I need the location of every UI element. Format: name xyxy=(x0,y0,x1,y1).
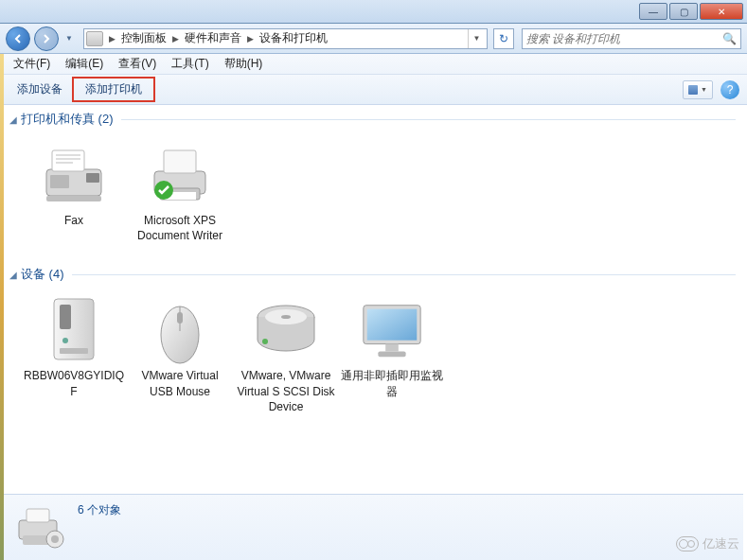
breadcrumb-hardware-sound[interactable]: 硬件和声音 xyxy=(181,30,245,46)
breadcrumb-control-panel[interactable]: 控制面板 xyxy=(117,30,170,46)
menu-file[interactable]: 文件(F) xyxy=(6,56,58,72)
monitor-icon xyxy=(358,296,426,364)
nav-history-dropdown[interactable]: ▼ xyxy=(62,26,76,51)
svg-rect-3 xyxy=(56,158,80,160)
svg-rect-4 xyxy=(56,162,73,164)
chevron-down-icon: ▼ xyxy=(701,86,707,93)
device-item-monitor[interactable]: 通用非即插即用监视器 xyxy=(339,290,445,420)
devices-printers-icon xyxy=(15,505,68,551)
window-controls: — ▢ ✕ xyxy=(637,3,743,20)
add-printer-button[interactable]: 添加打印机 xyxy=(72,77,155,102)
close-button[interactable]: ✕ xyxy=(700,3,743,20)
printers-items: Fax Microsoft XPS Document Writer xyxy=(4,131,743,260)
item-label: RBBW06V8GYIDIQF xyxy=(23,368,125,398)
view-options-button[interactable]: ▼ xyxy=(683,80,713,99)
device-item-fax[interactable]: Fax xyxy=(21,135,127,249)
group-title-devices: 设备 (4) xyxy=(21,266,64,283)
group-header-devices[interactable]: ◢ 设备 (4) xyxy=(4,260,743,287)
group-divider xyxy=(72,274,737,275)
device-item-disk[interactable]: VMware, VMware Virtual S SCSI Disk Devic… xyxy=(233,290,339,420)
menu-tools[interactable]: 工具(T) xyxy=(164,56,216,72)
svg-rect-14 xyxy=(60,305,71,329)
breadcrumb-devices-printers[interactable]: 设备和打印机 xyxy=(256,30,331,46)
devices-items: RBBW06V8GYIDIQF VMware Virtual USB Mouse xyxy=(4,287,743,431)
svg-point-15 xyxy=(62,338,68,343)
svg-rect-25 xyxy=(367,309,418,341)
device-item-computer[interactable]: RBBW06V8GYIDIQF xyxy=(21,290,127,420)
status-bar: 6 个对象 xyxy=(4,494,743,560)
refresh-button[interactable]: ↻ xyxy=(493,28,514,49)
add-device-button[interactable]: 添加设备 xyxy=(8,78,72,101)
search-input[interactable] xyxy=(526,32,722,45)
content-pane: ◢ 打印机和传真 (2) Fax xyxy=(4,105,743,490)
device-item-xps-writer[interactable]: Microsoft XPS Document Writer xyxy=(127,135,233,249)
collapse-arrow-icon: ◢ xyxy=(9,114,17,125)
menu-edit[interactable]: 编辑(E) xyxy=(58,56,111,72)
svg-point-32 xyxy=(51,535,59,543)
menu-bar: 文件(F) 编辑(E) 查看(V) 工具(T) 帮助(H) xyxy=(0,54,747,75)
location-icon xyxy=(86,31,103,46)
mouse-icon xyxy=(146,296,214,364)
svg-point-23 xyxy=(262,339,268,344)
item-label: VMware Virtual USB Mouse xyxy=(129,368,231,398)
forward-button[interactable] xyxy=(34,26,59,51)
item-label: Fax xyxy=(64,213,83,228)
item-label: 通用非即插即用监视器 xyxy=(341,368,443,398)
svg-rect-1 xyxy=(52,150,84,171)
address-bar[interactable]: ▶ 控制面板 ▶ 硬件和声音 ▶ 设备和打印机 ▼ xyxy=(83,28,488,49)
chevron-right-icon: ▶ xyxy=(107,34,117,44)
search-box[interactable]: 🔍 xyxy=(522,28,741,49)
svg-rect-27 xyxy=(378,352,405,358)
printer-icon xyxy=(146,141,214,209)
navigation-bar: ▼ ▶ 控制面板 ▶ 硬件和声音 ▶ 设备和打印机 ▼ ↻ 🔍 xyxy=(0,24,747,54)
collapse-arrow-icon: ◢ xyxy=(9,270,17,280)
status-count: 6 个对象 xyxy=(78,502,121,518)
svg-point-22 xyxy=(281,315,291,319)
command-toolbar: 添加设备 添加打印机 ▼ ? xyxy=(0,75,747,105)
svg-rect-26 xyxy=(385,344,399,352)
svg-rect-19 xyxy=(177,312,183,324)
disk-icon xyxy=(252,296,320,364)
svg-rect-6 xyxy=(50,175,69,188)
help-button[interactable]: ? xyxy=(720,80,739,99)
maximize-button[interactable]: ▢ xyxy=(669,3,698,20)
svg-rect-9 xyxy=(164,150,196,173)
watermark-icon xyxy=(676,536,699,551)
item-label: Microsoft XPS Document Writer xyxy=(129,213,231,243)
item-label: VMware, VMware Virtual S SCSI Disk Devic… xyxy=(235,368,337,414)
svg-rect-5 xyxy=(86,173,99,183)
group-header-printers[interactable]: ◢ 打印机和传真 (2) xyxy=(4,105,743,131)
menu-view[interactable]: 查看(V) xyxy=(111,56,164,72)
group-title-printers: 打印机和传真 (2) xyxy=(21,111,114,128)
watermark-text: 亿速云 xyxy=(703,535,739,552)
minimize-button[interactable]: — xyxy=(639,3,667,20)
chevron-right-icon: ▶ xyxy=(245,34,256,44)
menu-help[interactable]: 帮助(H) xyxy=(217,56,271,72)
device-item-mouse[interactable]: VMware Virtual USB Mouse xyxy=(127,290,233,420)
chevron-right-icon: ▶ xyxy=(170,34,181,44)
back-button[interactable] xyxy=(6,26,30,51)
group-divider xyxy=(121,119,737,120)
svg-rect-29 xyxy=(27,509,49,522)
search-icon[interactable]: 🔍 xyxy=(722,32,737,45)
svg-rect-7 xyxy=(46,196,101,201)
svg-rect-16 xyxy=(60,348,88,354)
computer-icon xyxy=(40,296,108,364)
svg-rect-2 xyxy=(56,154,80,156)
view-icon xyxy=(688,85,698,95)
address-dropdown[interactable]: ▼ xyxy=(468,29,485,48)
watermark: 亿速云 xyxy=(676,535,739,552)
fax-icon xyxy=(40,141,108,209)
window-titlebar: — ▢ ✕ xyxy=(0,0,747,24)
